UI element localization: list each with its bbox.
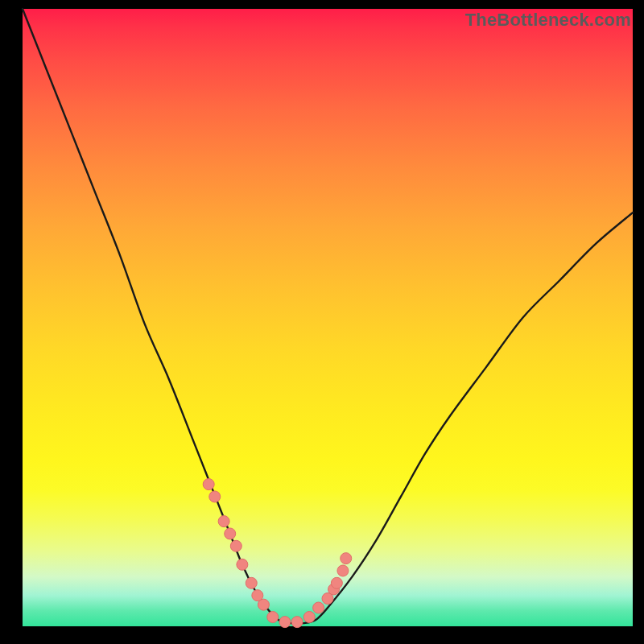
marker-dot (203, 479, 214, 490)
chart-svg (23, 9, 633, 626)
marker-dot (225, 528, 236, 539)
marker-dot (279, 617, 291, 628)
marker-dot (237, 559, 248, 570)
watermark-text: TheBottleneck.com (465, 10, 631, 31)
marker-dot (291, 617, 303, 628)
marker-dot (337, 565, 349, 576)
marker-dot (303, 612, 315, 623)
marker-dot (313, 602, 324, 613)
marker-dot (341, 553, 352, 564)
marker-dot (258, 599, 269, 610)
marker-dot (246, 577, 257, 588)
marker-dot (230, 540, 242, 551)
marker-dot (267, 612, 279, 623)
curve-layer (23, 9, 633, 624)
bottleneck-curve (23, 9, 633, 624)
marker-dot (218, 516, 229, 527)
marker-dot (209, 491, 221, 502)
plot-area (23, 9, 633, 626)
chart-stage: TheBottleneck.com (0, 0, 644, 644)
marker-dot (331, 577, 342, 588)
